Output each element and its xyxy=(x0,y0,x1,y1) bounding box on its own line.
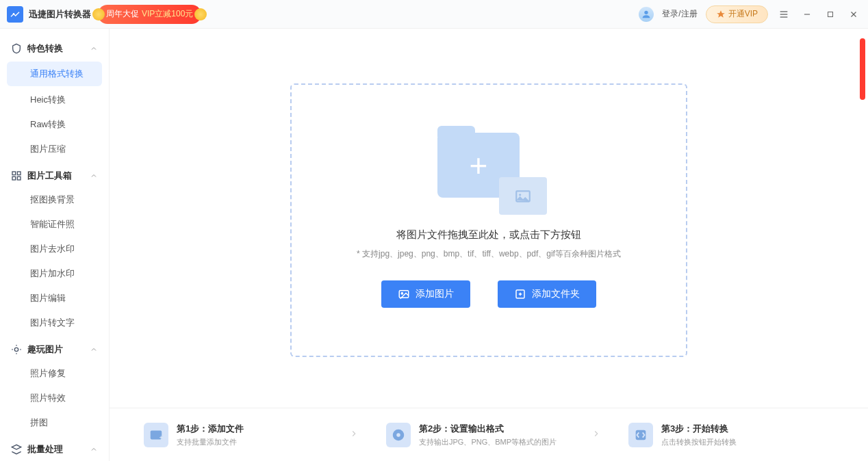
promo-suffix: VIP立减100元 xyxy=(142,8,193,20)
sidebar-item-restore[interactable]: 照片修复 xyxy=(0,361,109,386)
sidebar-item-id-photo[interactable]: 智能证件照 xyxy=(0,212,109,237)
image-icon xyxy=(398,288,410,300)
svg-point-18 xyxy=(401,293,403,294)
promo-badge[interactable]: 周年大促 VIP立减100元 xyxy=(98,5,201,24)
sidebar: 特色转换 通用格式转换 Heic转换 Raw转换 图片压缩 图片工具箱 抠图换背… xyxy=(0,29,110,461)
menu-icon[interactable] xyxy=(776,7,791,22)
sidebar-group-special: 特色转换 通用格式转换 Heic转换 Raw转换 图片压缩 xyxy=(0,37,109,161)
step-desc: 点击转换按钮开始转换 xyxy=(661,437,737,447)
sidebar-item-compress[interactable]: 图片压缩 xyxy=(0,137,109,161)
step-title: 第3步：开始转换 xyxy=(661,423,737,435)
sidebar-item-general-convert[interactable]: 通用格式转换 xyxy=(7,62,102,86)
avatar[interactable] xyxy=(639,7,654,22)
svg-marker-14 xyxy=(12,445,21,449)
svg-rect-9 xyxy=(12,172,16,175)
minimize-button[interactable] xyxy=(800,7,815,22)
vip-label: 开通VIP xyxy=(728,8,758,20)
coin-icon xyxy=(194,8,207,21)
step-desc: 支持输出JPG、PNG、BMP等格式的图片 xyxy=(419,437,557,447)
step-title: 第1步：添加文件 xyxy=(177,423,244,435)
sidebar-header-toolbox[interactable]: 图片工具箱 xyxy=(0,164,109,187)
chevron-up-icon xyxy=(90,445,98,453)
maximize-button[interactable] xyxy=(823,7,838,22)
sidebar-header-fun[interactable]: 趣玩图片 xyxy=(0,338,109,361)
sidebar-item-heic[interactable]: Heic转换 xyxy=(0,88,109,112)
sidebar-group-batch: 批量处理 xyxy=(0,438,109,461)
sidebar-header-batch[interactable]: 批量处理 xyxy=(0,438,109,461)
image-icon xyxy=(499,177,547,215)
svg-rect-12 xyxy=(17,176,21,180)
drop-hint: * 支持jpg、jpeg、png、bmp、tif、tiff、webp、pdf、g… xyxy=(357,248,621,260)
svg-point-0 xyxy=(13,13,14,14)
step-2: 第2步：设置输出格式 支持输出JPG、PNG、BMP等格式的图片 xyxy=(386,423,591,447)
folder-plus-icon xyxy=(514,288,526,300)
scrollbar-indicator[interactable] xyxy=(860,38,865,100)
sidebar-group-label: 特色转换 xyxy=(27,42,90,55)
sidebar-item-remove-watermark[interactable]: 图片去水印 xyxy=(0,237,109,261)
step-desc: 支持批量添加文件 xyxy=(177,437,244,447)
drop-illustration: + xyxy=(431,133,547,215)
sidebar-item-ocr[interactable]: 图片转文字 xyxy=(0,311,109,335)
sidebar-group-fun: 趣玩图片 照片修复 照片特效 拼图 xyxy=(0,338,109,435)
app-logo xyxy=(7,6,23,23)
svg-rect-11 xyxy=(12,176,16,180)
sidebar-item-effects[interactable]: 照片特效 xyxy=(0,386,109,410)
promo-prefix: 周年大促 xyxy=(106,8,139,20)
vip-button[interactable]: 开通VIP xyxy=(706,5,768,23)
sparkle-icon xyxy=(11,344,22,355)
chevron-up-icon xyxy=(90,345,98,354)
sidebar-item-collage[interactable]: 拼图 xyxy=(0,410,109,435)
add-folder-label: 添加文件夹 xyxy=(532,288,580,300)
svg-point-13 xyxy=(14,347,18,351)
chevron-up-icon xyxy=(90,44,98,53)
coin-icon xyxy=(92,8,105,21)
svg-point-16 xyxy=(519,194,521,196)
steps-footer: + 第1步：添加文件 支持批量添加文件 第2步：设置输出格式 支持输出JPG、P… xyxy=(110,408,868,461)
add-image-label: 添加图片 xyxy=(416,288,454,300)
app-title: 迅捷图片转换器 xyxy=(29,8,91,21)
svg-point-1 xyxy=(645,10,648,14)
svg-rect-6 xyxy=(828,12,833,16)
drop-title: 将图片文件拖拽至此处，或点击下方按钮 xyxy=(396,228,581,241)
drop-zone[interactable]: + 将图片文件拖拽至此处，或点击下方按钮 * 支持jpg、jpeg、png、bm… xyxy=(290,83,687,357)
sidebar-item-raw[interactable]: Raw转换 xyxy=(0,112,109,137)
sidebar-item-cutout[interactable]: 抠图换背景 xyxy=(0,187,109,212)
chevron-up-icon xyxy=(90,172,98,180)
svg-text:+: + xyxy=(159,434,163,441)
layers-icon xyxy=(11,444,22,455)
add-folder-button[interactable]: 添加文件夹 xyxy=(498,280,596,308)
sidebar-item-add-watermark[interactable]: 图片加水印 xyxy=(0,261,109,286)
login-link[interactable]: 登录/注册 xyxy=(662,8,697,20)
step-add-icon: + xyxy=(144,423,168,447)
sidebar-group-label: 趣玩图片 xyxy=(27,343,90,356)
sidebar-group-label: 批量处理 xyxy=(27,443,90,456)
step-settings-icon xyxy=(386,423,411,447)
sidebar-group-toolbox: 图片工具箱 抠图换背景 智能证件照 图片去水印 图片加水印 图片编辑 图片转文字 xyxy=(0,164,109,335)
close-button[interactable] xyxy=(846,7,861,22)
grid-icon xyxy=(11,170,22,181)
step-1: + 第1步：添加文件 支持批量添加文件 xyxy=(144,423,349,447)
add-image-button[interactable]: 添加图片 xyxy=(381,280,470,308)
chevron-right-icon xyxy=(591,429,601,441)
title-bar: 迅捷图片转换器 周年大促 VIP立减100元 登录/注册 开通VIP xyxy=(0,0,868,29)
svg-point-25 xyxy=(396,433,400,437)
shield-icon xyxy=(11,43,22,54)
step-title: 第2步：设置输出格式 xyxy=(419,423,557,435)
sidebar-group-label: 图片工具箱 xyxy=(27,170,90,182)
svg-rect-10 xyxy=(17,172,21,175)
main-content: + 将图片文件拖拽至此处，或点击下方按钮 * 支持jpg、jpeg、png、bm… xyxy=(110,29,868,461)
step-convert-icon xyxy=(628,423,653,447)
sidebar-item-edit[interactable]: 图片编辑 xyxy=(0,286,109,311)
sidebar-header-special[interactable]: 特色转换 xyxy=(0,37,109,60)
chevron-right-icon xyxy=(349,429,359,441)
step-3: 第3步：开始转换 点击转换按钮开始转换 xyxy=(628,423,834,447)
